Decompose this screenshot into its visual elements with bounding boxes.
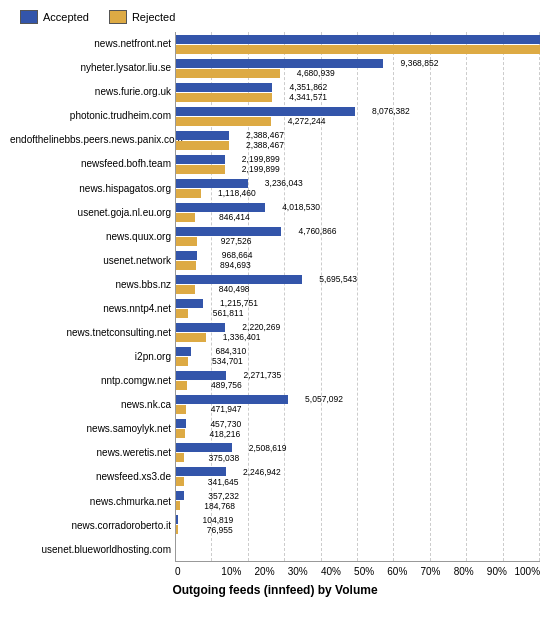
rejected-bar-wrapper: 184,768: [176, 501, 540, 510]
y-label: nyheter.lysator.liu.se: [10, 63, 171, 73]
rejected-bar: 76,955: [176, 525, 178, 534]
accepted-bar: 357,232: [176, 491, 184, 500]
y-label: news.chmurka.net: [10, 497, 171, 507]
legend-accepted-label: Accepted: [43, 11, 89, 23]
rejected-bar-wrapper: 534,701: [176, 357, 540, 366]
accepted-value-label: 2,199,899: [242, 154, 280, 164]
chart-title: Outgoing feeds (innfeed) by Volume: [10, 583, 540, 597]
accepted-bar-wrapper: 3,236,043: [176, 179, 540, 188]
accepted-bar-wrapper: 2,508,619: [176, 443, 540, 452]
rejected-value-label: 4,680,939: [297, 68, 335, 78]
accepted-bar: 3,236,043: [176, 179, 248, 188]
x-axis-labels: 010%20%30%40%50%60%70%80%90%100%: [10, 566, 540, 577]
accepted-bar-wrapper: 5,695,543: [176, 275, 540, 284]
bars-area: 16,442,56916,439,9989,368,8524,680,9394,…: [175, 32, 540, 562]
accepted-bar: 457,730: [176, 419, 186, 428]
accepted-value-label: 4,351,862: [290, 82, 328, 92]
accepted-value-label: 104,819: [203, 515, 234, 525]
y-label: usenet.goja.nl.eu.org: [10, 208, 171, 218]
rejected-bar-wrapper: 471,947: [176, 405, 540, 414]
accepted-bar: 2,388,467: [176, 131, 229, 140]
rejected-bar: 561,811: [176, 309, 188, 318]
accepted-value-label: 2,388,467: [246, 130, 284, 140]
bar-row: 2,508,619375,038: [176, 442, 540, 463]
bar-row: 2,199,8992,199,899: [176, 154, 540, 175]
rejected-bar: 1,118,460: [176, 189, 201, 198]
legend-accepted: Accepted: [20, 10, 89, 24]
bar-row: 5,695,543840,498: [176, 274, 540, 295]
accepted-bar-wrapper: 9,368,852: [176, 59, 540, 68]
accepted-value-label: 4,018,530: [282, 202, 320, 212]
accepted-bar-wrapper: 104,819: [176, 515, 540, 524]
bar-row: [176, 538, 540, 559]
accepted-bar: 2,246,942: [176, 467, 226, 476]
accepted-bar-wrapper: 357,232: [176, 491, 540, 500]
x-axis-label: 40%: [308, 566, 341, 577]
y-label: usenet.network: [10, 256, 171, 266]
accepted-bar-wrapper: 457,730: [176, 419, 540, 428]
rejected-bar-wrapper: 2,199,899: [176, 165, 540, 174]
accepted-bar: 8,076,382: [176, 107, 355, 116]
x-axis-label: 90%: [474, 566, 507, 577]
rejected-bar: 2,199,899: [176, 165, 225, 174]
rejected-bar: 418,216: [176, 429, 185, 438]
y-label: news.corradoroberto.it: [10, 521, 171, 531]
rejected-value-label: 418,216: [210, 429, 241, 439]
accepted-bar: 104,819: [176, 515, 178, 524]
chart-area: news.netfront.netnyheter.lysator.liu.sen…: [10, 32, 540, 562]
accepted-bar-wrapper: 5,057,092: [176, 395, 540, 404]
accepted-bar-wrapper: 968,664: [176, 251, 540, 260]
accepted-value-label: 357,232: [208, 491, 239, 501]
rejected-bar-wrapper: 76,955: [176, 525, 540, 534]
bar-row: 104,81976,955: [176, 514, 540, 535]
rejected-bar-wrapper: 418,216: [176, 429, 540, 438]
accepted-bar: 4,760,866: [176, 227, 281, 236]
accepted-bar-wrapper: 4,351,862: [176, 83, 540, 92]
y-labels: news.netfront.netnyheter.lysator.liu.sen…: [10, 32, 175, 562]
rejected-bar-wrapper: 927,526: [176, 237, 540, 246]
rejected-bar-wrapper: 489,756: [176, 381, 540, 390]
accepted-value-label: 3,236,043: [265, 178, 303, 188]
bars-rows: 16,442,56916,439,9989,368,8524,680,9394,…: [176, 32, 540, 561]
rejected-bar-wrapper: 561,811: [176, 309, 540, 318]
rejected-bar-wrapper: 846,414: [176, 213, 540, 222]
rejected-bar: 341,645: [176, 477, 184, 486]
rejected-bar-wrapper: 2,388,467: [176, 141, 540, 150]
legend-rejected-label: Rejected: [132, 11, 175, 23]
rejected-bar-wrapper: 4,272,244: [176, 117, 540, 126]
rejected-value-label: 1,118,460: [218, 188, 256, 198]
accepted-bar: 2,220,269: [176, 323, 225, 332]
x-axis-label: 70%: [407, 566, 440, 577]
rejected-bar: 2,388,467: [176, 141, 229, 150]
rejected-value-label: 1,336,401: [223, 332, 261, 342]
y-label: photonic.trudheim.com: [10, 111, 171, 121]
accepted-value-label: 457,730: [210, 419, 241, 429]
y-label: usenet.blueworldhosting.com: [10, 545, 171, 555]
accepted-bar-wrapper: 1,215,751: [176, 299, 540, 308]
accepted-bar: 9,368,852: [176, 59, 383, 68]
rejected-value-label: 2,199,899: [242, 164, 280, 174]
rejected-bar: 16,439,998: [176, 45, 540, 54]
accepted-value-label: 5,057,092: [305, 394, 343, 404]
x-axis-label: 80%: [441, 566, 474, 577]
rejected-bar-wrapper: 840,498: [176, 285, 540, 294]
rejected-bar: 846,414: [176, 213, 195, 222]
bar-row: 457,730418,216: [176, 418, 540, 439]
rejected-bar-wrapper: 16,439,998: [176, 45, 540, 54]
accepted-value-label: 4,760,866: [299, 226, 337, 236]
accepted-value-label: 2,246,942: [243, 467, 281, 477]
accepted-bar-wrapper: 2,199,899: [176, 155, 540, 164]
y-label: endofthelinebbs.peers.news.panix.com: [10, 135, 171, 145]
rejected-value-label: 471,947: [211, 404, 242, 414]
accepted-value-label: 2,271,735: [243, 370, 281, 380]
bar-row: 2,220,2691,336,401: [176, 322, 540, 343]
accepted-bar: 4,018,530: [176, 203, 265, 212]
bar-row: 4,018,530846,414: [176, 202, 540, 223]
rejected-bar-wrapper: [176, 549, 540, 558]
rejected-value-label: 375,038: [209, 453, 240, 463]
bar-row: 3,236,0431,118,460: [176, 178, 540, 199]
accepted-bar: 2,508,619: [176, 443, 232, 452]
rejected-value-label: 4,272,244: [288, 116, 326, 126]
y-label: newsfeed.bofh.team: [10, 159, 171, 169]
rejected-bar: 471,947: [176, 405, 186, 414]
